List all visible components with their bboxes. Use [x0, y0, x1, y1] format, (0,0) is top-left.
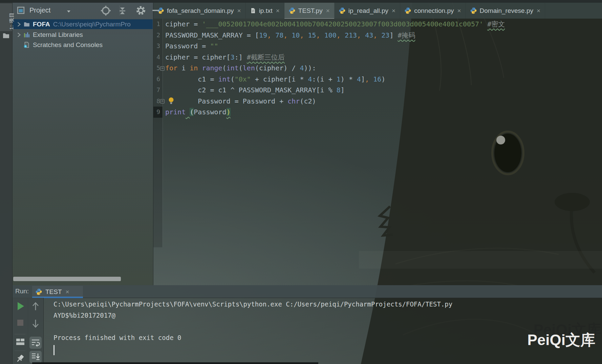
console-line: AYD$%bi20172017@: [53, 310, 602, 321]
code-line[interactable]: 7 c2 = c1 ^ PASSWORD_MASK_ARRAY[i % 8]: [153, 85, 602, 96]
run-tab-label: TEST: [45, 288, 62, 296]
console-output: C:\Users\peiqi\PycharmProjects\FOFA\venv…: [53, 299, 602, 343]
code-editor[interactable]: 1cipher = '___00520017004e002b004100b700…: [153, 19, 602, 285]
code-lines: 1cipher = '___00520017004e002b004100b700…: [153, 19, 602, 118]
tab-label: Domain_revese.py: [480, 7, 533, 15]
fold-marker[interactable]: [160, 66, 165, 71]
code-line[interactable]: 6 c1 = int("0x" + cipher[i * 4:(i + 1) *…: [153, 74, 602, 85]
text-file-icon: [250, 7, 256, 14]
tab-label: connection.py: [414, 7, 454, 15]
run-label: Run:: [15, 288, 29, 295]
down-the-stack-trace-button[interactable]: [31, 319, 40, 328]
python-file-icon: [339, 7, 345, 14]
run-tab-test[interactable]: TEST ×: [32, 286, 83, 298]
close-icon[interactable]: ×: [237, 7, 241, 15]
close-icon[interactable]: ×: [66, 288, 69, 296]
tab-domain-revese[interactable]: Domain_revese.py ×: [466, 3, 545, 19]
close-icon[interactable]: ×: [457, 7, 461, 15]
rerun-button[interactable]: [17, 301, 25, 311]
left-tool-strip: 1: 项目: [0, 3, 13, 364]
python-file-icon: [470, 7, 477, 14]
code-line[interactable]: 2PASSWORD_MASK_ARRAY = [19, 78, 10, 15, …: [153, 30, 602, 41]
code-text: cipher = '___00520017004e002b004100b7004…: [163, 19, 602, 30]
project-panel-header: Project: [12, 3, 153, 19]
code-text: Password = "": [163, 41, 602, 52]
tree-item-label: FOFA: [33, 21, 50, 28]
window-top-edge: [0, 0, 602, 3]
folder-icon[interactable]: [2, 32, 10, 39]
fold-end-marker[interactable]: [160, 99, 165, 104]
close-icon[interactable]: ×: [537, 7, 540, 15]
hide-panel-icon[interactable]: [152, 9, 160, 12]
tree-item-fofa[interactable]: FOFA C:\Users\peiqi\PycharmPro: [12, 19, 153, 29]
project-view-icon: [17, 6, 25, 14]
header-separator: [120, 5, 120, 16]
tool-tab-label: 1: 项目: [8, 12, 15, 30]
chevron-down-icon[interactable]: [66, 10, 71, 13]
tab-label: TEST.py: [298, 7, 323, 15]
stop-button[interactable]: [17, 319, 24, 326]
intention-bulb-icon[interactable]: [168, 97, 174, 104]
line-number[interactable]: 3: [153, 41, 163, 52]
line-number[interactable]: 2: [153, 30, 163, 41]
console-line: Process finished with exit code 0: [53, 332, 602, 343]
line-number[interactable]: 9: [153, 107, 163, 118]
code-line[interactable]: 9print (Password): [153, 107, 602, 118]
project-panel: Project: [12, 3, 153, 285]
code-line[interactable]: 8 Password = Password + chr(c2): [153, 96, 602, 107]
pycharm-window: 1: 项目 Project: [0, 0, 602, 364]
editor-tab-bar: fofa_serach_domain.py × ip.txt × TEST.py…: [153, 3, 602, 19]
code-line[interactable]: 3Password = "": [153, 41, 602, 52]
tree-item-label: External Libraries: [33, 31, 83, 39]
line-number[interactable]: 4: [153, 52, 163, 63]
tab-ip-txt[interactable]: ip.txt ×: [246, 3, 284, 19]
folder-icon: [24, 21, 30, 27]
line-number[interactable]: 7: [153, 85, 163, 96]
close-icon[interactable]: ×: [392, 7, 395, 15]
tab-label: ip_read_all.py: [348, 7, 388, 15]
run-panel: Run: TEST ×: [0, 285, 602, 364]
run-console[interactable]: C:\Users\peiqi\PycharmProjects\FOFA\venv…: [43, 298, 602, 364]
python-file-icon: [405, 7, 411, 14]
code-text: PASSWORD_MASK_ARRAY = [19, 78, 10, 15, 1…: [163, 30, 602, 41]
pin-tab-button[interactable]: [16, 354, 25, 363]
console-caret: [53, 345, 55, 355]
gear-icon[interactable]: [136, 5, 146, 16]
scratches-icon: [24, 42, 30, 48]
tab-connection[interactable]: connection.py ×: [400, 3, 466, 19]
tab-ip-read-all[interactable]: ip_read_all.py ×: [335, 3, 400, 19]
code-line[interactable]: 1cipher = '___00520017004e002b004100b700…: [153, 19, 602, 30]
console-line: C:\Users\peiqi\PycharmProjects\FOFA\venv…: [53, 299, 602, 310]
code-text: for i in range(int(len(cipher) / 4)):: [163, 63, 602, 74]
tab-test-py[interactable]: TEST.py ×: [284, 3, 335, 19]
code-line[interactable]: 4cipher = cipher[3:] #截断三位后: [153, 52, 602, 63]
restore-layout-button[interactable]: [16, 338, 25, 346]
tree-item-scratches[interactable]: Scratches and Consoles: [12, 40, 153, 50]
close-icon[interactable]: ×: [326, 7, 330, 15]
line-number[interactable]: 6: [153, 74, 163, 85]
project-horizontal-scrollbar[interactable]: [13, 277, 121, 281]
tab-fofa-serach-domain[interactable]: fofa_serach_domain.py ×: [153, 3, 246, 19]
taskbar-edge: [32, 362, 318, 364]
project-panel-title[interactable]: Project: [29, 6, 50, 14]
code-text: print (Password): [163, 107, 602, 118]
line-number[interactable]: 1: [153, 19, 163, 30]
code-text: c2 = c1 ^ PASSWORD_MASK_ARRAY[i % 8]: [163, 85, 602, 96]
code-text: c1 = int("0x" + cipher[i * 4:(i + 1) * 4…: [163, 74, 602, 85]
tab-label: ip.txt: [259, 7, 273, 15]
chevron-right-icon[interactable]: [16, 22, 22, 27]
scroll-to-end-icon: [31, 353, 40, 361]
tool-window-tab-project[interactable]: 1: 项目: [0, 3, 12, 31]
toolbar-separator: [15, 334, 25, 335]
console-line: [53, 321, 602, 332]
locate-file-icon[interactable]: [101, 6, 111, 16]
code-line[interactable]: 5for i in range(int(len(cipher) / 4)):: [153, 63, 602, 74]
python-file-icon: [289, 7, 295, 14]
tree-item-label: Scratches and Consoles: [33, 41, 103, 49]
tree-item-external-libraries[interactable]: External Libraries: [12, 30, 153, 40]
close-icon[interactable]: ×: [276, 7, 280, 15]
up-the-stack-trace-button[interactable]: [31, 301, 40, 311]
chevron-right-icon[interactable]: [16, 32, 22, 38]
run-panel-header: Run: TEST ×: [12, 285, 602, 298]
tab-label: fofa_serach_domain.py: [167, 7, 234, 15]
